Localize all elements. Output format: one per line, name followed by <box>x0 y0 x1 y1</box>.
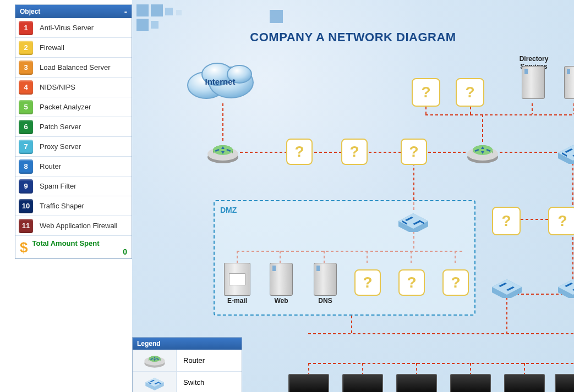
switch-icon <box>490 275 524 298</box>
email-label: E-mail <box>223 297 251 305</box>
drop-slot[interactable]: ? <box>412 78 440 107</box>
object-badge: 1 <box>19 21 33 35</box>
switch-icon <box>556 275 574 298</box>
workstation[interactable] <box>555 374 574 392</box>
legend-panel: Legend Router Switch <box>132 337 242 392</box>
object-badge: 10 <box>19 199 33 213</box>
object-label: Patch Server <box>40 123 81 131</box>
connection-line <box>416 363 417 374</box>
email-server-icon <box>224 263 250 296</box>
workstation[interactable] <box>450 374 491 392</box>
router-icon <box>133 350 177 371</box>
print-server[interactable] <box>559 66 574 99</box>
connection-line <box>308 363 574 364</box>
connection-line <box>308 363 309 374</box>
legend-label: Router <box>177 356 205 365</box>
switch-icon <box>556 141 574 164</box>
connection-line <box>482 114 483 143</box>
total-spent-value: 0 <box>32 247 127 256</box>
object-item[interactable]: 4 NIDS/NIPS <box>15 78 132 97</box>
object-label: Packet Analyzer <box>40 103 91 111</box>
connection-line <box>308 333 574 334</box>
directory-services-server[interactable] <box>514 66 553 99</box>
switch-icon <box>396 209 430 232</box>
connection-line <box>532 103 533 114</box>
workstation[interactable] <box>342 374 383 392</box>
object-item[interactable]: 3 Load Balanced Server <box>15 58 132 78</box>
object-item[interactable]: 11 Web Application Firewall <box>15 216 132 236</box>
workstation[interactable] <box>504 374 545 392</box>
object-item[interactable]: 5 Packet Analyzer <box>15 97 132 117</box>
object-label: NIDS/NIPS <box>40 83 75 91</box>
object-label: Spam Filter <box>40 182 76 190</box>
legend-label: Switch <box>177 378 204 387</box>
connection-line <box>470 107 471 114</box>
object-item[interactable]: 9 Spam Filter <box>15 176 132 196</box>
object-item[interactable]: 7 Proxy Server <box>15 137 132 157</box>
object-item[interactable]: 8 Router <box>15 157 132 176</box>
total-spent-row: $ Total Amount Spent 0 <box>15 236 132 258</box>
switch-node[interactable] <box>490 275 524 298</box>
object-badge: 5 <box>19 100 33 114</box>
switch-node[interactable] <box>556 275 574 298</box>
router-node[interactable] <box>206 141 240 164</box>
drop-slot[interactable]: ? <box>341 139 368 165</box>
drop-slot[interactable]: ? <box>548 207 574 235</box>
object-item[interactable]: 6 Patch Server <box>15 117 132 137</box>
print-server-label: Print <box>559 59 574 67</box>
legend-header: Legend <box>133 338 242 350</box>
server-icon <box>564 66 574 99</box>
diagram-canvas[interactable]: COMPANY A NETWORK DIAGRAM <box>132 0 574 392</box>
internet-cloud[interactable]: Internet <box>179 55 261 107</box>
server-icon <box>270 263 293 296</box>
object-panel: Object - 1 Anti-Virus Server 2 Firewall … <box>15 4 132 259</box>
drop-slot[interactable]: ? <box>456 78 484 107</box>
switch-node[interactable] <box>556 141 574 164</box>
connection-line <box>524 363 525 374</box>
legend-item: Router <box>133 350 242 372</box>
drop-slot[interactable]: ? <box>354 269 381 296</box>
web-label: Web <box>267 297 295 305</box>
object-badge: 7 <box>19 140 33 154</box>
connection-line <box>470 363 471 374</box>
object-badge: 4 <box>19 80 33 95</box>
object-label: Anti-Virus Server <box>40 24 94 32</box>
minimize-icon[interactable]: - <box>124 9 127 14</box>
router-icon <box>206 141 240 164</box>
object-badge: 3 <box>19 60 33 75</box>
connection-line <box>222 103 223 143</box>
dmz-label: DMZ <box>220 206 237 214</box>
object-item[interactable]: 10 Traffic Shaper <box>15 196 132 216</box>
object-panel-header[interactable]: Object - <box>15 5 132 18</box>
drop-slot[interactable]: ? <box>286 139 313 165</box>
object-label: Firewall <box>40 43 64 52</box>
server-icon <box>522 66 545 99</box>
drop-slot[interactable]: ? <box>398 269 425 296</box>
internet-label: Internet <box>179 77 261 86</box>
workstation[interactable] <box>288 374 329 392</box>
object-label: Web Application Firewall <box>40 222 117 230</box>
workstation[interactable] <box>396 374 437 392</box>
object-list: 1 Anti-Virus Server 2 Firewall 3 Load Ba… <box>15 18 132 236</box>
dollar-icon: $ <box>20 239 28 256</box>
drop-slot[interactable]: ? <box>492 207 521 235</box>
connection-line <box>362 363 363 374</box>
server-icon <box>314 263 337 296</box>
web-server[interactable]: Web <box>267 263 295 305</box>
router-node[interactable] <box>466 141 500 164</box>
drop-slot[interactable]: ? <box>442 269 469 296</box>
connection-line <box>425 107 427 114</box>
dns-server[interactable]: DNS <box>311 263 339 305</box>
object-item[interactable]: 2 Firewall <box>15 38 132 58</box>
object-item[interactable]: 1 Anti-Virus Server <box>15 18 132 38</box>
email-server[interactable]: E-mail <box>223 263 251 305</box>
object-label: Load Balanced Server <box>40 63 111 71</box>
drop-slot[interactable]: ? <box>401 139 427 165</box>
object-label: Router <box>40 162 61 170</box>
dmz-zone <box>214 200 475 316</box>
total-spent-label: Total Amount Spent <box>32 239 127 247</box>
switch-node[interactable] <box>396 209 430 232</box>
legend-item: Switch <box>133 372 242 392</box>
object-badge: 2 <box>19 41 33 55</box>
object-badge: 9 <box>19 179 33 194</box>
